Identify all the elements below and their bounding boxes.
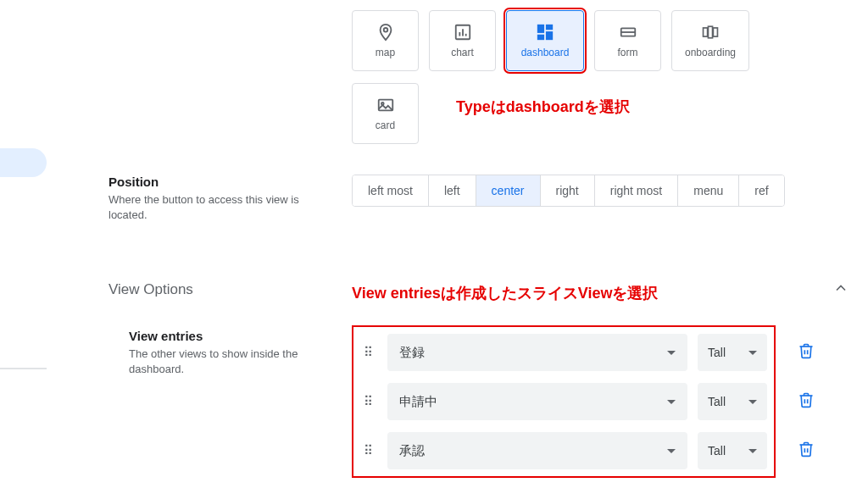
view-type-form[interactable]: form (594, 10, 661, 71)
tile-label: card (376, 119, 395, 131)
svg-rect-12 (708, 26, 712, 38)
svg-rect-7 (547, 32, 552, 39)
sidebar-divider (0, 368, 47, 369)
position-desc: Where the button to access this view is … (108, 192, 312, 223)
view-entry-size-value: Tall (708, 346, 726, 359)
tile-label: map (376, 47, 395, 58)
position-left-most[interactable]: left most (353, 175, 429, 206)
view-entries-container: ⠿ 登録 Tall ⠿ 申請中 Tall ⠿ 承認 (352, 325, 776, 478)
tile-label: form (618, 47, 638, 58)
view-entry-size-select[interactable]: Tall (698, 432, 767, 469)
drag-handle-icon[interactable]: ⠿ (360, 394, 377, 409)
chevron-down-icon (748, 449, 757, 453)
view-type-row-2: card (352, 83, 419, 144)
drag-handle-icon[interactable]: ⠿ (360, 443, 377, 458)
position-title: Position (108, 175, 312, 189)
view-entry-size-select[interactable]: Tall (698, 334, 767, 371)
view-type-dashboard[interactable]: dashboard (506, 10, 584, 71)
annotation-type: Typeはdashboardを選択 (456, 97, 630, 117)
view-entry-select[interactable]: 登録 (387, 334, 687, 371)
tile-label: chart (451, 47, 474, 58)
position-section-label: Position Where the button to access this… (108, 175, 312, 223)
sidebar-active-pill (0, 148, 47, 177)
view-entry-size-value: Tall (708, 444, 726, 458)
view-type-map[interactable]: map (352, 10, 419, 71)
trash-column (787, 332, 825, 468)
view-entry-size-value: Tall (708, 395, 726, 408)
svg-rect-5 (538, 25, 543, 32)
annotation-entries: View entriesは作成したスライスViewを選択 (352, 283, 658, 303)
view-entry-select[interactable]: 申請中 (387, 383, 687, 420)
view-entries-title: View entries (129, 329, 332, 343)
view-entry-value: 登録 (399, 345, 425, 361)
delete-entry-button[interactable] (787, 381, 825, 419)
view-entry-select[interactable]: 承認 (387, 432, 687, 469)
form-icon (619, 23, 637, 42)
delete-entry-button[interactable] (787, 332, 825, 369)
view-type-chart[interactable]: chart (429, 10, 496, 71)
view-type-row-1: map chart dashboard form onboarding (352, 10, 749, 71)
position-right-most[interactable]: right most (595, 175, 678, 206)
svg-rect-13 (713, 28, 717, 36)
view-options-heading: View Options (108, 281, 193, 298)
drag-handle-icon[interactable]: ⠿ (360, 345, 377, 360)
view-entry-row: ⠿ 申請中 Tall (360, 383, 767, 420)
tile-label: dashboard (521, 47, 570, 58)
view-type-onboarding[interactable]: onboarding (671, 10, 749, 71)
view-entry-value: 申請中 (399, 394, 437, 410)
delete-entry-button[interactable] (787, 430, 825, 468)
view-entry-value: 承認 (399, 443, 425, 459)
svg-rect-8 (538, 36, 543, 40)
view-type-card[interactable]: card (352, 83, 419, 144)
position-center[interactable]: center (476, 175, 541, 206)
position-left[interactable]: left (429, 175, 476, 206)
tile-label: onboarding (685, 47, 736, 58)
image-icon (376, 96, 395, 114)
dashboard-icon (536, 23, 554, 42)
view-entry-row: ⠿ 登録 Tall (360, 334, 767, 371)
view-entry-size-select[interactable]: Tall (698, 383, 767, 420)
svg-rect-6 (547, 25, 552, 30)
position-ref[interactable]: ref (739, 175, 783, 206)
svg-rect-11 (704, 28, 708, 36)
chevron-down-icon (667, 449, 676, 453)
chevron-down-icon (667, 400, 676, 404)
chevron-down-icon (748, 400, 757, 404)
collapse-view-options[interactable] (832, 280, 849, 300)
view-entry-row: ⠿ 承認 Tall (360, 432, 767, 469)
position-menu[interactable]: menu (678, 175, 739, 206)
onboarding-icon (701, 23, 720, 42)
chevron-down-icon (667, 351, 676, 355)
view-entries-desc: The other views to show inside the dashb… (129, 347, 332, 377)
barchart-icon (453, 23, 472, 42)
position-right[interactable]: right (541, 175, 595, 206)
svg-point-0 (383, 28, 387, 32)
pin-icon (376, 23, 395, 42)
chevron-down-icon (748, 351, 757, 355)
view-entries-section-label: View entries The other views to show ins… (129, 329, 332, 377)
position-button-group: left most left center right right most m… (352, 175, 785, 207)
